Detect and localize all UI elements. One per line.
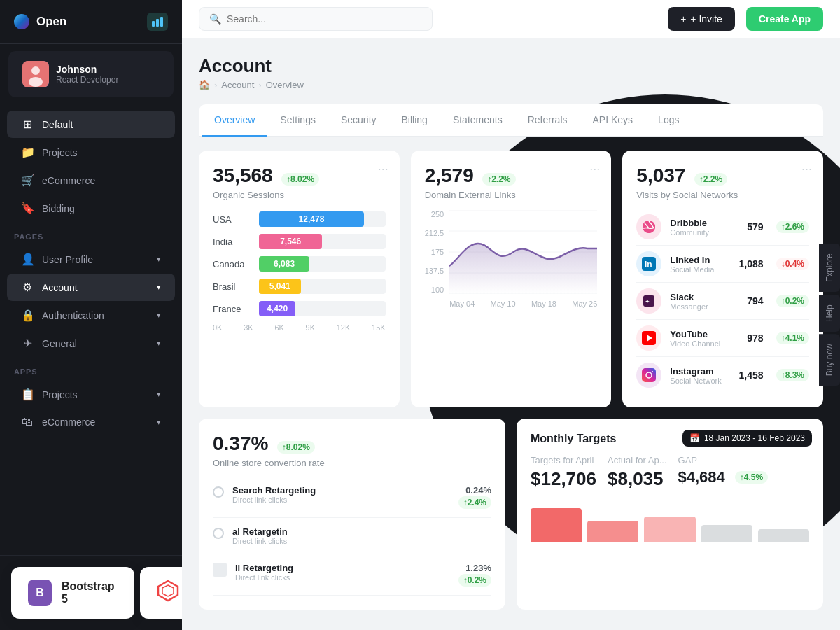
bar-fill-canada: 6,083 — [259, 256, 309, 272]
grid-icon: ⊞ — [21, 118, 34, 131]
settings-icon: ⚙ — [21, 281, 34, 294]
conversion-label: Online store convertion rate — [213, 458, 491, 468]
main-content: 🔍 + + Invite Create App Account 🏠 › Acco… — [182, 0, 840, 630]
radio-circle-icon — [213, 486, 224, 498]
search-box: 🔍 — [199, 7, 433, 31]
conversion-percent: 0.37% — [213, 433, 268, 454]
monthly-numbers: Targets for April $12,706 Actual for Ap.… — [531, 455, 809, 490]
sidebar-item-general[interactable]: ✈ General ▾ — [7, 330, 175, 357]
user-role: React Developer — [56, 75, 118, 85]
sidebar-item-label: Bidding — [42, 203, 75, 214]
invite-plus-icon: + — [680, 13, 686, 24]
invite-button[interactable]: + + Invite — [668, 7, 735, 31]
social-number: 5,037 — [636, 164, 685, 186]
more-icon[interactable]: ··· — [589, 162, 600, 176]
youtube-type: Video Channel — [670, 340, 720, 348]
tab-billing[interactable]: Billing — [389, 104, 440, 136]
bar-label-brasil: Brasil — [213, 281, 252, 292]
slack-icon: ✦ — [636, 288, 662, 314]
svg-point-4 — [31, 66, 40, 75]
external-label: Domain External Links — [425, 190, 598, 200]
external-badge: ↑2.2% — [482, 173, 515, 186]
app-name: Open — [36, 15, 66, 29]
sidebar-item-projects[interactable]: 📁 Projects — [7, 139, 175, 166]
sidebar-item-default[interactable]: ⊞ Default — [7, 111, 175, 138]
sessions-number: 35,568 — [213, 164, 273, 186]
tab-api-keys[interactable]: API Keys — [580, 104, 646, 136]
youtube-badge: ↑4.1% — [776, 332, 809, 344]
pages-section-label: PAGES — [0, 223, 182, 245]
dribbble-count: 579 — [747, 221, 763, 232]
chevron-down-icon: ▾ — [157, 283, 161, 292]
sessions-label: Organic Sessions — [213, 190, 386, 200]
tab-referrals[interactable]: Referrals — [515, 104, 580, 136]
more-icon[interactable]: ··· — [378, 162, 388, 176]
youtube-name: YouTube — [670, 329, 720, 340]
svg-text:in: in — [645, 260, 652, 270]
sidebar-item-ecommerce[interactable]: 🛒 eCommerce — [7, 167, 175, 194]
gap-badge: ↑4.5% — [735, 471, 768, 484]
retarget-pct: 1.23% — [453, 563, 491, 573]
buy-now-panel-button[interactable]: Buy now — [819, 335, 840, 386]
stat-card-social: 5,037 ↑2.2% Visits by Social Networks ··… — [622, 150, 823, 407]
stats-grid: 35,568 ↑8.02% Organic Sessions ··· USA 1… — [199, 150, 823, 407]
tab-settings[interactable]: Settings — [267, 104, 328, 136]
sidebar-item-label: Account — [42, 282, 78, 293]
sidebar-item-label: eCommerce — [42, 175, 95, 186]
svg-rect-2 — [160, 17, 163, 27]
sidebar-item-bidding[interactable]: 🔖 Bidding — [7, 195, 175, 222]
bar-fill-usa: 12,478 — [259, 211, 364, 227]
sidebar-item-account[interactable]: ⚙ Account ▾ — [7, 274, 175, 301]
calendar-icon: 📅 — [690, 433, 700, 443]
tab-statements[interactable]: Statements — [440, 104, 515, 136]
bootstrap-card[interactable]: B Bootstrap 5 — [11, 567, 134, 619]
svg-rect-1 — [156, 19, 159, 27]
sidebar-item-user-profile[interactable]: 👤 User Profile ▾ — [7, 246, 175, 273]
explore-panel-button[interactable]: Explore — [819, 244, 840, 292]
slack-type: Messanger — [670, 302, 708, 311]
sidebar-item-ecommerce-app[interactable]: 🛍 eCommerce ▾ — [7, 409, 175, 435]
tab-overview[interactable]: Overview — [202, 104, 267, 136]
retarget-row-al: al Retargetin Direct link clicks — [213, 518, 491, 554]
bottom-grid: 0.37% ↑8.02% Online store convertion rat… — [199, 419, 823, 610]
topbar: 🔍 + + Invite Create App — [182, 0, 840, 38]
laravel-card[interactable]: Laravel — [140, 567, 182, 619]
create-app-button[interactable]: Create App — [746, 7, 823, 31]
breadcrumb-overview: Overview — [266, 80, 304, 90]
invite-label: + Invite — [690, 13, 722, 24]
tab-security[interactable]: Security — [328, 104, 389, 136]
monthly-card: Monthly Targets 📅 18 Jan 2023 - 16 Feb 2… — [517, 419, 823, 610]
bar-label-india: India — [213, 237, 252, 247]
bar-track-usa: 12,478 — [259, 211, 386, 227]
bar-row-usa: USA 12,478 — [213, 211, 386, 227]
social-row-instagram: Instagram Social Network 1,458 ↑8.3% — [636, 357, 809, 393]
sidebar-nav: ⊞ Default 📁 Projects 🛒 eCommerce 🔖 Biddi… — [0, 104, 182, 555]
monthly-bar-5 — [758, 529, 809, 542]
sidebar-item-authentication[interactable]: 🔒 Authentication ▾ — [7, 302, 175, 329]
clipboard-icon: 📋 — [21, 388, 34, 401]
sidebar-item-label: Projects — [42, 147, 78, 158]
checkbox-icon — [213, 563, 227, 577]
retarget-row-search: Search Retargeting Direct link clicks 0.… — [213, 477, 491, 518]
stat-card-sessions: 35,568 ↑8.02% Organic Sessions ··· USA 1… — [199, 150, 400, 407]
svg-rect-20 — [642, 368, 656, 382]
help-panel-button[interactable]: Help — [819, 295, 840, 332]
sidebar-item-label: General — [42, 338, 77, 349]
search-input[interactable] — [227, 13, 422, 24]
slack-name: Slack — [670, 292, 708, 302]
bar-row-brasil: Brasil 5,041 — [213, 279, 386, 294]
retarget-sub: Direct link clicks — [235, 573, 293, 582]
sidebar-item-projects-app[interactable]: 📋 Projects ▾ — [7, 381, 175, 408]
logo-chart-icon[interactable] — [147, 13, 168, 31]
bootstrap-logo-icon: B — [28, 580, 52, 606]
retarget-badge: ↑0.2% — [458, 574, 491, 587]
bar-fill-brasil: 5,041 — [259, 279, 301, 294]
more-icon[interactable]: ··· — [802, 162, 812, 176]
chevron-down-icon: ▾ — [157, 390, 161, 399]
tab-logs[interactable]: Logs — [645, 104, 692, 136]
breadcrumb-account[interactable]: Account — [221, 80, 254, 90]
home-icon[interactable]: 🏠 — [199, 80, 210, 90]
actual-value: $8,035 — [608, 468, 667, 490]
monthly-bar-1 — [531, 508, 582, 542]
gap-label: GAP — [678, 455, 769, 465]
